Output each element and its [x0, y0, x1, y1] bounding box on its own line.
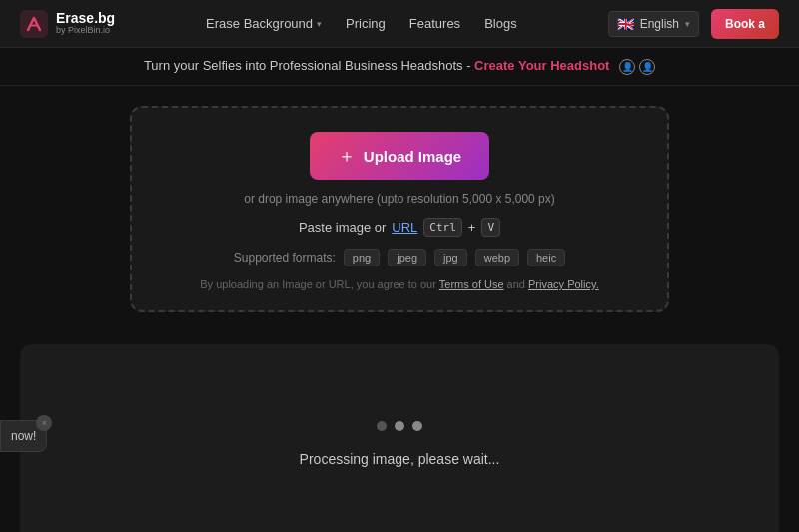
- nav-features-label: Features: [409, 16, 460, 31]
- lang-label: English: [640, 17, 679, 31]
- logo[interactable]: Erase.bg by PixelBin.io: [20, 10, 115, 38]
- plus-icon: ＋: [338, 144, 356, 168]
- promo-icons: 👤 👤: [619, 59, 655, 75]
- logo-text: Erase.bg by PixelBin.io: [56, 11, 115, 36]
- format-heic: heic: [527, 249, 565, 266]
- processing-text: Processing image, please wait...: [300, 451, 500, 467]
- nav-blogs-label: Blogs: [484, 16, 517, 31]
- chevron-down-icon: ▾: [317, 19, 322, 29]
- plus-separator: +: [468, 220, 476, 235]
- paste-hint: Paste image or URL Ctrl + V: [299, 218, 500, 237]
- navbar-right: 🇬🇧 English ▾ Book a: [608, 9, 779, 39]
- upload-dropzone[interactable]: ＋ Upload Image or drop image anywhere (u…: [130, 106, 669, 312]
- nav-menu: Erase Background ▾ Pricing Features Blog…: [206, 16, 517, 31]
- dot-1: [377, 421, 387, 431]
- upload-button-label: Upload Image: [364, 148, 461, 165]
- format-jpg: jpg: [434, 249, 467, 266]
- paste-label: Paste image or: [299, 220, 386, 235]
- drop-hint: or drop image anywhere (upto resolution …: [244, 192, 555, 206]
- promo-text: Turn your Selfies into Professional Busi…: [144, 58, 471, 73]
- v-key: V: [481, 218, 500, 237]
- processing-section: Processing image, please wait...: [20, 344, 779, 532]
- ctrl-key: Ctrl: [423, 218, 462, 237]
- person-icon-1: 👤: [619, 59, 635, 75]
- chat-text: now!: [11, 429, 36, 443]
- terms-of-use-link[interactable]: Terms of Use: [439, 278, 504, 290]
- nav-pricing[interactable]: Pricing: [346, 16, 386, 31]
- nav-erase-background-label: Erase Background: [206, 16, 313, 31]
- nav-pricing-label: Pricing: [346, 16, 386, 31]
- dot-3: [412, 421, 422, 431]
- upload-section: ＋ Upload Image or drop image anywhere (u…: [0, 86, 799, 332]
- formats-label: Supported formats:: [234, 251, 336, 265]
- url-link[interactable]: URL: [392, 220, 417, 235]
- svg-rect-0: [20, 10, 48, 38]
- nav-blogs[interactable]: Blogs: [484, 16, 517, 31]
- privacy-policy-link[interactable]: Privacy Policy.: [528, 278, 599, 290]
- format-webp: webp: [475, 249, 519, 266]
- promo-banner: Turn your Selfies into Professional Busi…: [0, 48, 799, 86]
- format-png: png: [344, 249, 380, 266]
- close-icon: ×: [42, 418, 47, 428]
- promo-link[interactable]: Create Your Headshot: [474, 58, 609, 73]
- navbar: Erase.bg by PixelBin.io Erase Background…: [0, 0, 799, 48]
- upload-button[interactable]: ＋ Upload Image: [310, 132, 489, 180]
- language-selector[interactable]: 🇬🇧 English ▾: [608, 11, 699, 37]
- terms-text: By uploading an Image or URL, you agree …: [200, 278, 598, 290]
- person-icon-2: 👤: [639, 59, 655, 75]
- book-button[interactable]: Book a: [711, 9, 779, 39]
- flag-icon: 🇬🇧: [617, 16, 634, 32]
- logo-icon: [20, 10, 48, 38]
- nav-features[interactable]: Features: [409, 16, 460, 31]
- nav-erase-background[interactable]: Erase Background ▾: [206, 16, 322, 31]
- lang-chevron-icon: ▾: [685, 19, 690, 29]
- chat-popup: × now!: [0, 420, 47, 452]
- logo-sub: by PixelBin.io: [56, 26, 115, 36]
- logo-name: Erase.bg: [56, 11, 115, 26]
- dot-2: [395, 421, 404, 431]
- loading-dots: [377, 421, 422, 431]
- formats-row: Supported formats: png jpeg jpg webp hei…: [234, 249, 565, 266]
- format-jpeg: jpeg: [388, 249, 426, 266]
